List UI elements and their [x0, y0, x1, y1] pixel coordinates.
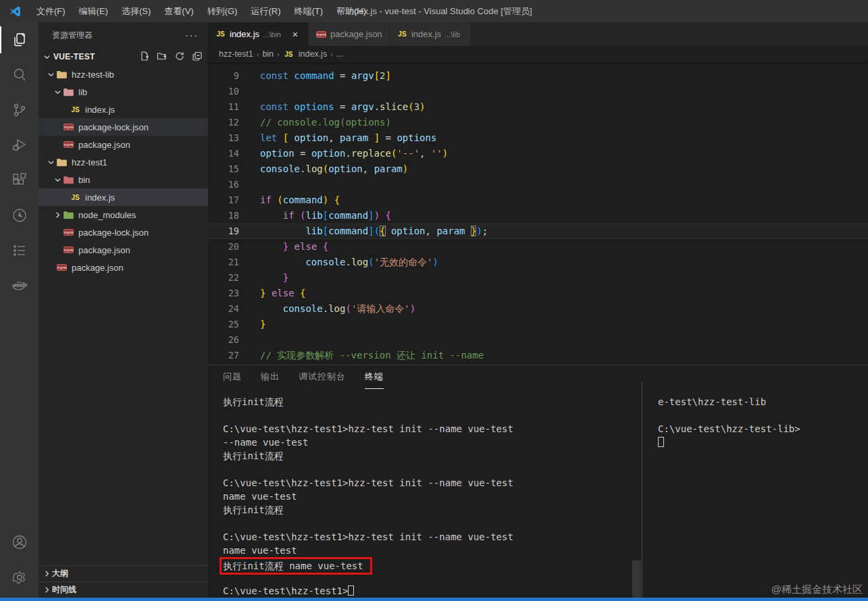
menu-item-6[interactable]: 终端(T) — [287, 0, 330, 22]
tree-item-lib[interactable]: lib — [39, 83, 208, 101]
code-line-12[interactable]: 12// console.log(options) — [208, 115, 868, 130]
tree-item-package.json[interactable]: npmpackage.json — [39, 136, 208, 153]
terminal-line: C:\vue-test\hzz-test1>hzz-test init --na… — [223, 530, 642, 544]
menu-item-5[interactable]: 运行(R) — [244, 0, 287, 22]
code-text: } else { — [239, 286, 305, 301]
code-line-15[interactable]: 15console.log(option, param) — [208, 161, 868, 177]
settings-gear-icon[interactable] — [0, 560, 39, 595]
code-text: // 实现参数解析 --version 还让 init --name — [239, 348, 484, 363]
terminal-line — [223, 463, 642, 476]
breadcrumb-label: bin — [262, 49, 274, 59]
terminal-cursor — [658, 437, 664, 447]
chevron-spacer — [59, 192, 70, 203]
code-line-25[interactable]: 25} — [208, 317, 868, 332]
terminal-line: 执行init流程 — [223, 395, 642, 409]
watermark: @稀土掘金技术社区 — [771, 583, 863, 596]
menu-item-0[interactable]: 文件(F) — [30, 0, 72, 22]
code-line-27[interactable]: 27// 实现参数解析 --version 还让 init --name — [208, 348, 868, 363]
menu-item-3[interactable]: 查看(V) — [157, 0, 200, 22]
code-line-14[interactable]: 14option = option.replace('--', '') — [208, 146, 868, 161]
javascript-file-icon: JS — [283, 49, 295, 59]
chevron-down-icon — [52, 174, 63, 185]
run-debug-icon[interactable] — [0, 128, 39, 163]
code-text: } — [239, 317, 265, 332]
workspace-section-header[interactable]: VUE-TEST — [39, 48, 208, 66]
line-number: 16 — [208, 177, 239, 192]
menu-item-2[interactable]: 选择(S) — [115, 0, 157, 22]
explorer-more-actions-icon[interactable]: ··· — [185, 30, 199, 41]
tree-item-node_modules[interactable]: node_modules — [39, 206, 208, 224]
chevron-spacer — [52, 139, 63, 150]
line-number: 20 — [208, 239, 239, 255]
close-icon[interactable]: × — [289, 28, 301, 40]
breadcrumb-item-index.js[interactable]: JSindex.js — [283, 49, 327, 59]
tree-item-hzz-test-lib[interactable]: hzz-test-lib — [39, 66, 208, 83]
account-icon[interactable] — [0, 525, 39, 560]
list-icon[interactable] — [0, 233, 39, 268]
code-line-22[interactable]: 22 } — [208, 270, 868, 286]
panel-tab-问题[interactable]: 问题 — [223, 365, 242, 389]
lib-folder-icon — [63, 86, 74, 97]
tree-item-index.js[interactable]: JSindex.js — [39, 101, 208, 118]
timeline-section[interactable]: 时间线 — [39, 581, 208, 598]
search-icon[interactable] — [0, 57, 39, 93]
clock-icon[interactable] — [0, 198, 39, 233]
breadcrumb-item-bin[interactable]: bin — [262, 49, 274, 59]
terminal-scrollbar[interactable] — [632, 560, 641, 598]
panel-tab-终端[interactable]: 终端 — [365, 365, 384, 389]
terminal-pane-right[interactable]: e-test\hzz-test-libC:\vue-test\hzz-test-… — [642, 390, 868, 598]
tree-item-package.json[interactable]: npmpackage.json — [39, 259, 208, 276]
code-line-21[interactable]: 21 console.log('无效的命令') — [208, 255, 868, 270]
tree-item-hzz-test1[interactable]: hzz-test1 — [39, 153, 208, 171]
terminal-area[interactable]: 执行init流程C:\vue-test\hzz-test1>hzz-test i… — [208, 390, 868, 598]
chevron-spacer — [52, 122, 63, 132]
code-line-18[interactable]: 18 if (lib[command]) { — [208, 208, 868, 224]
code-line-26[interactable]: 26 — [208, 332, 868, 348]
tab-title: package.json — [330, 29, 382, 39]
code-line-9[interactable]: 9const command = argv[2] — [208, 68, 868, 84]
tree-item-label: index.js — [85, 192, 115, 203]
tree-item-bin[interactable]: bin — [39, 171, 208, 188]
menu-item-1[interactable]: 编辑(E) — [72, 0, 115, 22]
terminal-pane-left[interactable]: 执行init流程C:\vue-test\hzz-test1>hzz-test i… — [208, 390, 642, 598]
breadcrumb-item-...[interactable]: ... — [336, 49, 343, 59]
panel-tab-输出[interactable]: 输出 — [261, 365, 280, 389]
npm-json-file-icon: npm — [56, 262, 68, 273]
code-line-11[interactable]: 11const options = argv.slice(3) — [208, 99, 868, 115]
code-line-24[interactable]: 24 console.log('请输入命令') — [208, 301, 868, 317]
red-highlight-box: 执行init流程 name vue-test — [220, 557, 372, 575]
collapse-all-icon[interactable] — [192, 51, 203, 63]
code-line-19[interactable]: 19 lib[command]({ option, param }); — [208, 224, 868, 239]
outline-section[interactable]: 大纲 — [39, 565, 208, 581]
code-line-16[interactable]: 16 — [208, 177, 868, 192]
breadcrumb-item-hzz-test1[interactable]: hzz-test1 — [219, 49, 253, 59]
editor-tab-index.js-0[interactable]: JSindex.js...\bin× — [208, 22, 309, 46]
line-number: 27 — [208, 348, 239, 363]
new-file-icon[interactable] — [139, 51, 150, 63]
tree-item-index.js[interactable]: JSindex.js — [39, 188, 208, 206]
panel-tab-调试控制台[interactable]: 调试控制台 — [299, 365, 346, 389]
code-editor[interactable]: 9const command = argv[2]1011const option… — [208, 62, 868, 365]
code-line-23[interactable]: 23} else { — [208, 286, 868, 301]
tree-item-package.json[interactable]: npmpackage.json — [39, 241, 208, 259]
extensions-icon[interactable] — [0, 163, 39, 198]
code-text: // console.log(options) — [239, 115, 391, 130]
refresh-icon[interactable] — [174, 51, 185, 63]
code-line-10[interactable]: 10 — [208, 84, 868, 99]
docker-icon[interactable] — [0, 268, 39, 303]
file-tree: hzz-test-liblibJSindex.jsnpmpackage-lock… — [39, 66, 208, 276]
tree-item-label: node_modules — [78, 210, 136, 220]
editor-group: JSindex.js...\bin×npmpackage.jsonJSindex… — [208, 22, 868, 598]
tree-item-package-lock.json[interactable]: npmpackage-lock.json — [39, 118, 208, 136]
menu-item-4[interactable]: 转到(G) — [201, 0, 245, 22]
explorer-icon[interactable] — [0, 22, 39, 57]
code-text: option = option.replace('--', '') — [239, 146, 448, 161]
code-line-20[interactable]: 20 } else { — [208, 239, 868, 255]
code-line-17[interactable]: 17if (command) { — [208, 192, 868, 208]
editor-tab-index.js-2[interactable]: JSindex.js...\lib — [390, 22, 471, 46]
new-folder-icon[interactable] — [157, 51, 168, 63]
editor-tab-package.json[interactable]: npmpackage.json — [309, 22, 390, 46]
tree-item-package-lock.json[interactable]: npmpackage-lock.json — [39, 224, 208, 241]
source-control-icon[interactable] — [0, 93, 39, 128]
code-line-13[interactable]: 13let [ option, param ] = options — [208, 130, 868, 146]
